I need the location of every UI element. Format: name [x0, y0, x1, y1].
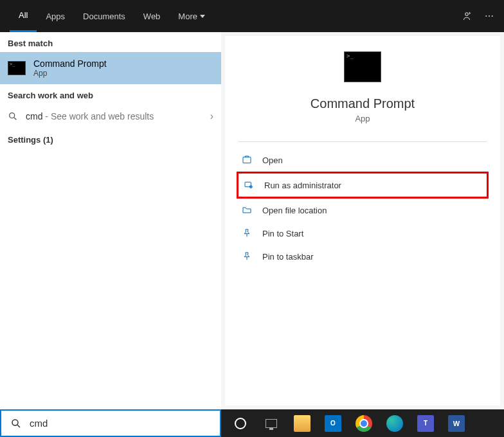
taskbar-edge[interactable]	[379, 409, 410, 437]
preview-title: Command Prompt	[310, 96, 415, 111]
tab-documents[interactable]: Documents	[74, 0, 134, 32]
svg-line-10	[17, 425, 20, 427]
word-icon: W	[448, 415, 465, 432]
taskbar: O T W	[221, 409, 504, 437]
action-open-label: Open	[262, 156, 283, 165]
action-pin-taskbar[interactable]: Pin to taskbar	[237, 245, 489, 268]
action-pin-start-label: Pin to Start	[262, 229, 303, 238]
chevron-down-icon	[200, 15, 205, 18]
action-open-location[interactable]: Open file location	[237, 199, 489, 222]
cortana-button[interactable]	[225, 409, 256, 437]
best-match-sub: App	[33, 69, 107, 78]
search-work-web-header: Search work and web	[0, 84, 221, 104]
file-explorer-icon	[294, 415, 310, 432]
taskbar-chrome[interactable]	[348, 409, 379, 437]
taskbar-teams[interactable]: T	[410, 409, 441, 437]
svg-rect-6	[243, 157, 251, 163]
ellipsis-icon[interactable]	[484, 11, 494, 21]
preview-panel: Command Prompt App Open Run as administr…	[225, 36, 500, 406]
command-prompt-preview-icon	[344, 51, 381, 82]
search-icon	[10, 418, 22, 429]
best-match-item[interactable]: Command Prompt App	[0, 52, 221, 84]
action-pin-start[interactable]: Pin to Start	[237, 222, 489, 245]
outlook-icon: O	[325, 415, 341, 432]
tab-all[interactable]: All	[10, 0, 37, 32]
best-match-title: Command Prompt	[33, 58, 107, 69]
action-pin-taskbar-label: Pin to taskbar	[262, 252, 314, 262]
search-web-text: cmd - See work and web results	[26, 111, 154, 121]
pin-taskbar-icon	[242, 251, 252, 262]
task-view-button[interactable]	[256, 409, 287, 437]
search-icon	[8, 111, 18, 121]
open-icon	[242, 155, 252, 165]
svg-point-4	[10, 113, 15, 118]
svg-point-0	[465, 13, 469, 16]
topbar-right	[461, 10, 494, 22]
tab-more-label: More	[178, 12, 197, 21]
tab-more[interactable]: More	[169, 0, 214, 32]
taskbar-outlook[interactable]: O	[318, 409, 348, 437]
teams-icon: T	[417, 415, 434, 432]
edge-icon	[386, 415, 403, 432]
actions-list: Open Run as administrator Open file loca…	[225, 142, 500, 274]
search-hint: - See work and web results	[42, 111, 154, 121]
cortana-icon	[235, 418, 246, 429]
taskbar-explorer[interactable]	[287, 409, 318, 437]
results-panel: Best match Command Prompt App Search wor…	[0, 32, 221, 409]
chrome-icon	[356, 415, 372, 432]
svg-point-2	[489, 15, 490, 17]
tab-apps[interactable]: Apps	[37, 0, 74, 32]
action-location-label: Open file location	[262, 206, 327, 215]
search-input[interactable]	[30, 418, 211, 429]
search-web-row[interactable]: cmd - See work and web results ›	[0, 104, 221, 129]
svg-point-9	[12, 420, 18, 425]
search-query: cmd	[26, 111, 42, 121]
admin-icon	[244, 180, 254, 190]
tab-web[interactable]: Web	[134, 0, 170, 32]
chevron-right-icon: ›	[210, 111, 213, 122]
preview-sub: App	[355, 114, 370, 123]
tabs: All Apps Documents Web More	[10, 0, 214, 32]
task-view-icon	[266, 419, 277, 428]
svg-point-1	[485, 15, 487, 17]
search-tab-bar: All Apps Documents Web More	[0, 0, 504, 32]
command-prompt-icon	[8, 61, 26, 75]
feedback-icon[interactable]	[461, 10, 473, 22]
taskbar-word[interactable]: W	[441, 409, 472, 437]
svg-point-3	[492, 15, 493, 17]
settings-header[interactable]: Settings (1)	[0, 129, 221, 151]
search-box[interactable]	[0, 409, 221, 437]
main-area: Best match Command Prompt App Search wor…	[0, 32, 504, 409]
best-match-header: Best match	[0, 32, 221, 52]
action-run-as-admin[interactable]: Run as administrator	[237, 172, 489, 199]
pin-start-icon	[242, 228, 252, 238]
svg-line-5	[14, 118, 16, 120]
action-admin-label: Run as administrator	[264, 181, 341, 190]
action-open[interactable]: Open	[237, 148, 489, 172]
best-match-text: Command Prompt App	[33, 58, 107, 78]
folder-icon	[242, 205, 252, 215]
